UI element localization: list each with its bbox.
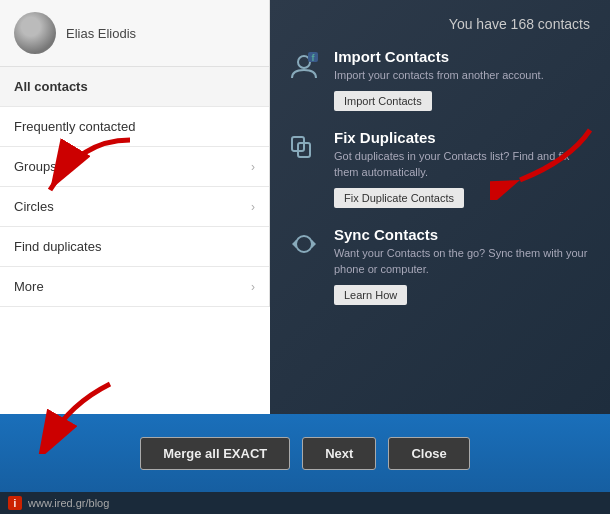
import-contacts-desc: Import your contacts from another accoun… (334, 68, 594, 83)
learn-how-button[interactable]: Learn How (334, 285, 407, 305)
profile-row: Elias Eliodis (0, 0, 269, 67)
nav-label-more: More (14, 279, 44, 294)
avatar-image (14, 12, 56, 54)
main-container: Elias Eliodis All contacts Frequently co… (0, 0, 610, 514)
status-url: www.ired.gr/blog (28, 497, 109, 509)
nav-item-more[interactable]: More › (0, 267, 269, 307)
right-panel: You have 168 contacts f Import Contacts … (270, 0, 610, 414)
sync-contacts-desc: Want your Contacts on the go? Sync them … (334, 246, 594, 277)
import-contacts-title: Import Contacts (334, 48, 594, 65)
sync-contacts-content: Sync Contacts Want your Contacts on the … (334, 226, 594, 305)
status-bar: i www.ired.gr/blog (0, 492, 610, 514)
nav-item-find-duplicates[interactable]: Find duplicates (0, 227, 269, 267)
chevron-icon-circles: › (251, 200, 255, 214)
fix-duplicates-button[interactable]: Fix Duplicate Contacts (334, 188, 464, 208)
feature-sync-contacts: Sync Contacts Want your Contacts on the … (286, 226, 594, 305)
next-button[interactable]: Next (302, 437, 376, 470)
fix-duplicates-icon (286, 129, 322, 165)
chevron-icon-groups: › (251, 160, 255, 174)
nav-item-all-contacts[interactable]: All contacts (0, 67, 269, 107)
left-panel-wrapper: Elias Eliodis All contacts Frequently co… (0, 0, 270, 414)
bottom-bar: Merge all EXACT Next Close i www.ired.gr… (0, 414, 610, 514)
feature-import-contacts: f Import Contacts Import your contacts f… (286, 48, 594, 111)
merge-all-exact-button[interactable]: Merge all EXACT (140, 437, 290, 470)
import-contacts-button[interactable]: Import Contacts (334, 91, 432, 111)
left-panel: Elias Eliodis All contacts Frequently co… (0, 0, 270, 307)
nav-item-circles[interactable]: Circles › (0, 187, 269, 227)
nav-label-circles: Circles (14, 199, 54, 214)
nav-item-frequently-contacted[interactable]: Frequently contacted (0, 107, 269, 147)
fix-duplicates-desc: Got duplicates in your Contacts list? Fi… (334, 149, 594, 180)
fix-duplicates-title: Fix Duplicates (334, 129, 594, 146)
nav-label-find-duplicates: Find duplicates (14, 239, 101, 254)
profile-name: Elias Eliodis (66, 26, 136, 41)
import-contacts-icon: f (286, 48, 322, 84)
chevron-icon-more: › (251, 280, 255, 294)
nav-item-groups[interactable]: Groups › (0, 147, 269, 187)
fix-duplicates-content: Fix Duplicates Got duplicates in your Co… (334, 129, 594, 208)
close-button[interactable]: Close (388, 437, 469, 470)
top-section: Elias Eliodis All contacts Frequently co… (0, 0, 610, 414)
svg-marker-7 (312, 240, 316, 248)
feature-fix-duplicates: Fix Duplicates Got duplicates in your Co… (286, 129, 594, 208)
sync-contacts-title: Sync Contacts (334, 226, 594, 243)
nav-label-groups: Groups (14, 159, 57, 174)
status-icon: i (8, 496, 22, 510)
avatar (14, 12, 56, 54)
contacts-count: You have 168 contacts (286, 16, 594, 32)
import-contacts-content: Import Contacts Import your contacts fro… (334, 48, 594, 111)
bottom-buttons: Merge all EXACT Next Close (0, 414, 610, 492)
nav-label-frequently: Frequently contacted (14, 119, 135, 134)
svg-marker-8 (292, 240, 296, 248)
nav-label-all-contacts: All contacts (14, 79, 88, 94)
sync-contacts-icon (286, 226, 322, 262)
